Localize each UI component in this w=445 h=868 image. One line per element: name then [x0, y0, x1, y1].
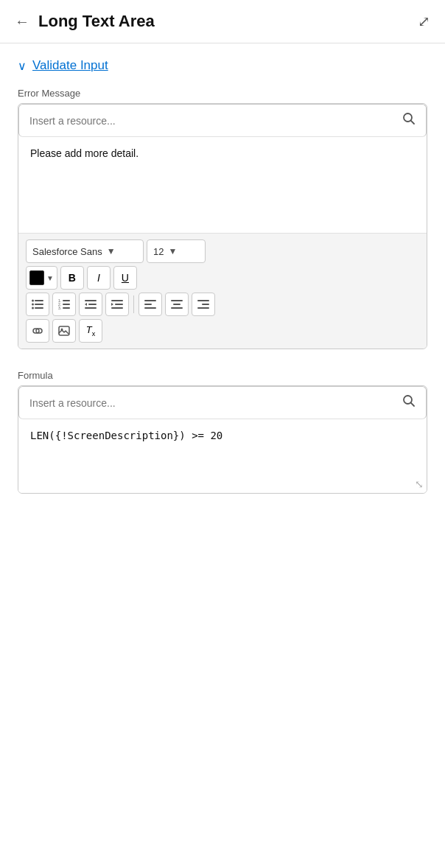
- insert-image-button[interactable]: [52, 319, 76, 343]
- toolbar-row-1: Salesforce Sans ▼ 12 ▼: [26, 239, 419, 263]
- formula-search-button[interactable]: [402, 394, 416, 411]
- validate-input-link[interactable]: Validate Input: [32, 58, 108, 73]
- error-message-resource-box: [18, 104, 427, 137]
- svg-rect-11: [63, 304, 70, 305]
- svg-line-34: [411, 403, 414, 406]
- error-message-search-button[interactable]: [402, 112, 416, 129]
- svg-point-4: [32, 304, 34, 306]
- text-color-button[interactable]: ▼: [26, 266, 57, 290]
- svg-rect-29: [202, 304, 209, 305]
- svg-marker-17: [85, 303, 87, 306]
- toolbar-row-4: Tx: [26, 319, 419, 343]
- toolbar-divider-1: [133, 295, 134, 313]
- svg-rect-5: [35, 304, 43, 305]
- svg-rect-14: [85, 300, 97, 301]
- formula-resource-box: [18, 386, 427, 419]
- color-dropdown-arrow: ▼: [46, 274, 54, 282]
- svg-marker-21: [111, 303, 113, 306]
- svg-rect-25: [171, 300, 183, 301]
- error-message-resource-input[interactable]: [29, 115, 402, 127]
- align-center-button[interactable]: [165, 293, 189, 316]
- font-size-label: 12: [153, 246, 164, 257]
- page-title: Long Text Area: [38, 12, 155, 31]
- svg-rect-18: [111, 300, 123, 301]
- svg-rect-23: [144, 304, 152, 305]
- svg-rect-13: [63, 307, 70, 309]
- svg-rect-26: [173, 304, 181, 305]
- color-swatch: [29, 270, 44, 285]
- ordered-list-button[interactable]: 1.2.3.: [52, 293, 76, 316]
- clear-formatting-button[interactable]: Tx: [79, 319, 102, 343]
- font-size-select[interactable]: 12 ▼: [147, 239, 206, 263]
- error-message-rich-text-container: Please add more detail. Salesforce Sans …: [18, 103, 427, 349]
- formula-label: Formula: [18, 370, 427, 381]
- error-message-content[interactable]: Please add more detail.: [18, 137, 427, 233]
- formula-resource-input[interactable]: [29, 397, 402, 409]
- insert-link-button[interactable]: [26, 319, 49, 343]
- back-button[interactable]: ←: [15, 13, 29, 30]
- underline-button[interactable]: U: [113, 266, 137, 290]
- rich-text-toolbar: Salesforce Sans ▼ 12 ▼ ▼ B: [18, 233, 427, 349]
- font-family-label: Salesforce Sans: [32, 246, 102, 257]
- svg-rect-15: [88, 304, 97, 305]
- svg-text:3.: 3.: [58, 306, 61, 309]
- svg-rect-3: [35, 300, 43, 301]
- formula-text: LEN({!ScreenDescription}) >= 20: [30, 430, 222, 441]
- formula-content[interactable]: LEN({!ScreenDescription}) >= 20 ⤡: [18, 419, 427, 493]
- error-message-label: Error Message: [18, 88, 427, 99]
- align-right-button[interactable]: [192, 293, 215, 316]
- chevron-down-icon[interactable]: ∨: [18, 59, 27, 73]
- validate-input-section-header: ∨ Validate Input: [18, 58, 427, 73]
- formula-text-area-container: LEN({!ScreenDescription}) >= 20 ⤡: [18, 385, 427, 494]
- underline-icon: U: [122, 272, 129, 284]
- main-content: ∨ Validate Input Error Message Please ad…: [0, 43, 445, 508]
- font-family-select[interactable]: Salesforce Sans ▼: [26, 239, 144, 263]
- error-message-section: Error Message Please add more detail.: [18, 88, 427, 349]
- expand-icon[interactable]: ⤢: [418, 13, 430, 30]
- italic-icon: I: [97, 272, 100, 284]
- svg-rect-27: [171, 307, 183, 309]
- svg-point-6: [32, 307, 34, 309]
- decrease-indent-button[interactable]: [79, 293, 102, 316]
- header: ← Long Text Area ⤢: [0, 0, 445, 43]
- italic-button[interactable]: I: [87, 266, 111, 290]
- toolbar-row-3: 1.2.3.: [26, 293, 419, 316]
- formula-section: Formula LEN({!ScreenDescription}) >= 20 …: [18, 370, 427, 494]
- svg-rect-22: [144, 300, 156, 301]
- formula-resize-handle[interactable]: ⤡: [415, 478, 424, 490]
- svg-rect-28: [197, 300, 209, 301]
- svg-rect-7: [35, 307, 43, 309]
- font-family-dropdown-arrow: ▼: [107, 246, 116, 256]
- bold-button[interactable]: B: [60, 266, 84, 290]
- align-left-button[interactable]: [139, 293, 162, 316]
- svg-rect-19: [115, 304, 123, 305]
- svg-rect-24: [144, 307, 156, 309]
- svg-rect-16: [85, 307, 97, 309]
- svg-line-1: [411, 121, 414, 124]
- clear-format-icon: Tx: [86, 324, 95, 337]
- svg-point-2: [32, 300, 34, 302]
- font-size-dropdown-arrow: ▼: [168, 246, 177, 256]
- svg-rect-30: [197, 307, 209, 309]
- increase-indent-button[interactable]: [105, 293, 129, 316]
- bold-icon: B: [69, 272, 76, 284]
- svg-rect-20: [111, 307, 123, 309]
- unordered-list-button[interactable]: [26, 293, 49, 316]
- header-left: ← Long Text Area: [15, 12, 155, 31]
- svg-rect-9: [63, 300, 70, 301]
- toolbar-row-2: ▼ B I U: [26, 266, 419, 290]
